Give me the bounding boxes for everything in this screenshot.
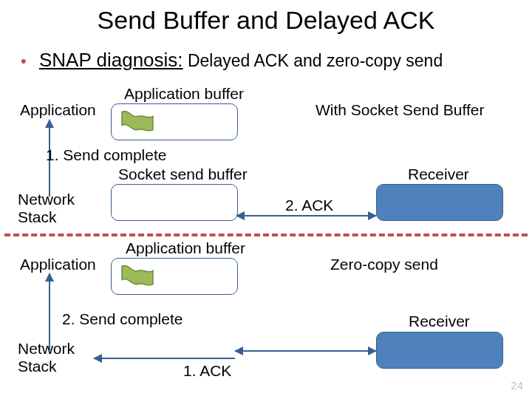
label-network-stack-bottom: Network Stack [18, 340, 75, 375]
label-receiver-top: Receiver [408, 166, 469, 183]
label-ack-2: 2. ACK [285, 197, 333, 214]
label-app-buffer-bottom: Application buffer [126, 239, 245, 257]
slide: Send Buffer and Delayed ACK • SNAP diagn… [0, 0, 532, 399]
flag-icon [120, 265, 155, 287]
page-number: 24 [511, 379, 523, 392]
section-heading-zero-copy: Zero-copy send [330, 256, 438, 273]
label-receiver-bottom: Receiver [409, 313, 470, 330]
arrow-ack-bottom [94, 358, 235, 359]
label-send-complete-2: 2. Send complete [62, 310, 183, 328]
bullet-line: • SNAP diagnosis: Delayed ACK and zero-c… [21, 49, 443, 72]
label-app-buffer-top: Application buffer [124, 85, 244, 103]
label-socket-send-buffer: Socket send buffer [118, 166, 248, 183]
label-ack-1: 1. ACK [183, 362, 231, 380]
label-application-top: Application [20, 101, 96, 119]
bullet-dot-icon: • [21, 52, 27, 70]
arrow-send-complete-bottom [49, 273, 50, 350]
label-send-complete-1: 1. Send complete [46, 146, 166, 164]
bullet-rest: Delayed ACK and zero-copy send [183, 51, 443, 70]
flag-icon [120, 111, 155, 133]
arrow-transfer-top [236, 215, 376, 216]
divider-dashed [4, 233, 528, 236]
receiver-box-bottom [376, 332, 503, 369]
arrow-transfer-bottom [235, 350, 376, 352]
section-heading-with-socket: With Socket Send Buffer [316, 101, 484, 119]
socket-buffer-box [111, 184, 238, 221]
receiver-box-top [376, 184, 503, 221]
page-title: Send Buffer and Delayed ACK [0, 6, 532, 35]
bullet-lead: SNAP diagnosis: [39, 49, 183, 71]
label-application-bottom: Application [20, 256, 96, 273]
label-network-stack-top: Network Stack [18, 191, 75, 226]
